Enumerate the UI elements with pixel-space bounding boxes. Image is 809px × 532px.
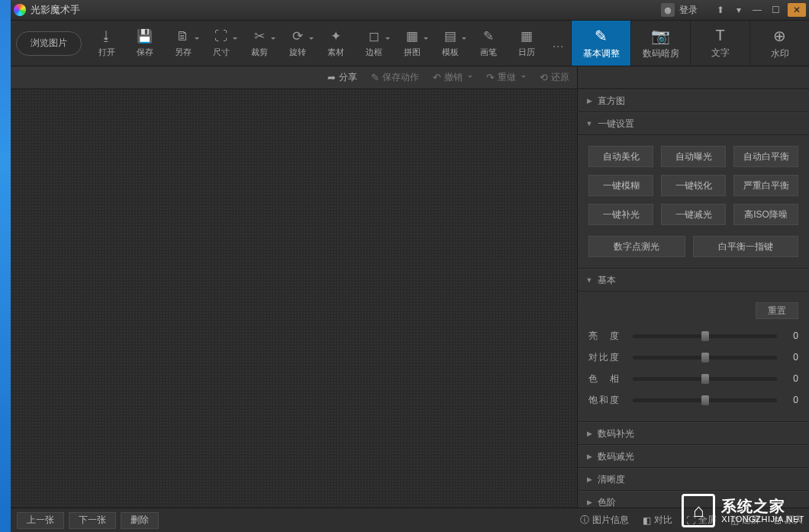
compare-button[interactable]: ◧对比 (643, 514, 672, 527)
section-title: 清晰度 (598, 473, 625, 486)
tool-保存[interactable]: 💾保存 (126, 21, 164, 66)
restore-label: 还原 (551, 71, 569, 84)
tool-画笔[interactable]: ✎画笔 (469, 21, 508, 66)
section-header-清晰度[interactable]: ▶清晰度 (578, 468, 809, 491)
oneclick-自动曝光[interactable]: 自动曝光 (661, 146, 726, 167)
tool-素材[interactable]: ✦素材 (317, 21, 355, 66)
info-icon: ⓘ (580, 514, 589, 527)
tool-icon-4: ✂ (252, 29, 267, 44)
tool-label-0: 打开 (98, 47, 115, 58)
section-header-数码补光[interactable]: ▶数码补光 (578, 422, 809, 445)
canvas-area[interactable] (11, 89, 577, 508)
tool-label-2: 另存 (175, 47, 192, 58)
section-body-oneclick: 自动美化自动曝光自动白平衡一键模糊一键锐化严重白平衡一键补光一键减光高ISO降噪… (578, 135, 809, 269)
oneclick-一键减光[interactable]: 一键减光 (661, 204, 726, 225)
save-action-button[interactable]: ✎保存动作 (371, 71, 419, 84)
tool-拼图[interactable]: ▦拼图 (393, 21, 431, 66)
oneclick-高ISO降噪[interactable]: 高ISO降噪 (733, 204, 798, 225)
tool-label-4: 裁剪 (251, 47, 268, 58)
redo-button[interactable]: ↷重做 (486, 71, 526, 84)
slider-track[interactable] (633, 377, 777, 381)
section-header-一键设置[interactable]: ▼一键设置 (578, 112, 809, 135)
fit-label: 适屏 (742, 514, 760, 527)
slider-track[interactable] (633, 356, 777, 360)
tab-文字[interactable]: T文字 (690, 21, 749, 66)
original-icon: ⊡ (774, 515, 782, 526)
tool-旋转[interactable]: ⟳旋转 (279, 21, 317, 66)
oneclick-一键锐化[interactable]: 一键锐化 (661, 175, 726, 196)
slider-track[interactable] (633, 398, 777, 402)
tool-模板[interactable]: ▤模板 (431, 21, 469, 66)
slider-亮　度: 亮 度0 (588, 325, 798, 347)
original-size-button[interactable]: ⊡原大 (774, 514, 803, 527)
toolbar-more-button[interactable]: … (546, 21, 572, 66)
tool-边框[interactable]: ◻边框 (355, 21, 393, 66)
tool-label-3: 尺寸 (213, 47, 230, 58)
oneclick-白平衡一指键[interactable]: 白平衡一指键 (693, 236, 799, 257)
tab-label-0: 基本调整 (583, 47, 620, 60)
share-button[interactable]: ➦分享 (327, 71, 357, 84)
fullscreen-button[interactable]: ⛶全屏 (686, 514, 717, 527)
slider-thumb[interactable] (701, 331, 709, 341)
section-body-basic: 重置亮 度0对比度0色 相0饱和度0 (578, 292, 809, 422)
desktop-background-edge (0, 0, 11, 532)
section-header-数码减光[interactable]: ▶数码减光 (578, 445, 809, 468)
reset-button[interactable]: 重置 (756, 302, 798, 319)
browse-images-button[interactable]: 浏览图片 (16, 31, 82, 56)
fullscreen-label: 全屏 (698, 514, 717, 527)
menu-button[interactable]: ▾ (730, 3, 748, 17)
undo-icon: ↶ (433, 72, 441, 83)
slider-label: 饱和度 (588, 394, 627, 407)
tool-label-9: 模板 (442, 47, 459, 58)
tool-裁剪[interactable]: ✂裁剪 (240, 21, 279, 66)
prev-image-button[interactable]: 上一张 (17, 512, 64, 529)
section-header-色阶[interactable]: ▶色阶 (578, 491, 809, 508)
disclosure-icon: ▶ (585, 476, 593, 483)
tab-基本调整[interactable]: ✎基本调整 (571, 21, 630, 66)
tool-label-7: 边框 (366, 47, 382, 58)
pin-button[interactable]: ⬆ (711, 3, 730, 17)
slider-track[interactable] (633, 334, 777, 338)
app-logo-icon (14, 4, 26, 16)
oneclick-自动美化[interactable]: 自动美化 (588, 146, 653, 167)
tool-日历[interactable]: ▦日历 (508, 21, 546, 66)
tool-label-1: 保存 (137, 47, 153, 58)
tool-打开[interactable]: ⭳打开 (88, 21, 126, 66)
restore-button[interactable]: ⟲还原 (540, 71, 569, 84)
disclosure-icon: ▶ (585, 430, 593, 437)
next-image-button[interactable]: 下一张 (69, 512, 116, 529)
image-info-button[interactable]: ⓘ图片信息 (580, 514, 629, 527)
login-link[interactable]: 登录 (679, 4, 698, 17)
tool-尺寸[interactable]: ⛶尺寸 (202, 21, 240, 66)
tool-icon-10: ✎ (481, 29, 496, 44)
fit-screen-button[interactable]: ◱适屏 (730, 514, 760, 527)
slider-饱和度: 饱和度0 (588, 389, 798, 411)
tool-label-6: 素材 (327, 47, 344, 58)
section-header-直方图[interactable]: ▶直方图 (578, 89, 809, 112)
section-header-基本[interactable]: ▼基本 (578, 269, 809, 292)
app-title: 光影魔术手 (31, 3, 80, 17)
slider-thumb[interactable] (701, 374, 709, 384)
section-title: 数码减光 (598, 450, 634, 463)
oneclick-严重白平衡[interactable]: 严重白平衡 (733, 175, 798, 196)
oneclick-自动白平衡[interactable]: 自动白平衡 (733, 146, 798, 167)
tool-icon-8: ▦ (404, 29, 420, 44)
undo-label: 撤销 (444, 71, 463, 84)
disclosure-icon: ▶ (585, 97, 593, 105)
restore-icon: ⟲ (540, 72, 548, 83)
share-icon: ➦ (327, 72, 336, 83)
tool-另存[interactable]: 🗎另存 (164, 21, 202, 66)
slider-thumb[interactable] (701, 395, 709, 405)
close-button[interactable]: ✕ (788, 3, 806, 17)
delete-button[interactable]: 删除 (121, 512, 159, 529)
oneclick-数字点测光[interactable]: 数字点测光 (588, 236, 685, 257)
minimize-button[interactable]: — (748, 3, 766, 17)
tab-数码暗房[interactable]: 📷数码暗房 (630, 21, 690, 66)
oneclick-一键模糊[interactable]: 一键模糊 (588, 175, 653, 196)
oneclick-一键补光[interactable]: 一键补光 (588, 204, 653, 225)
undo-button[interactable]: ↶撤销 (433, 71, 472, 84)
compare-label: 对比 (654, 514, 672, 527)
maximize-button[interactable]: ☐ (766, 3, 785, 17)
tab-水印[interactable]: ⊕水印 (749, 21, 809, 66)
slider-thumb[interactable] (701, 353, 709, 363)
